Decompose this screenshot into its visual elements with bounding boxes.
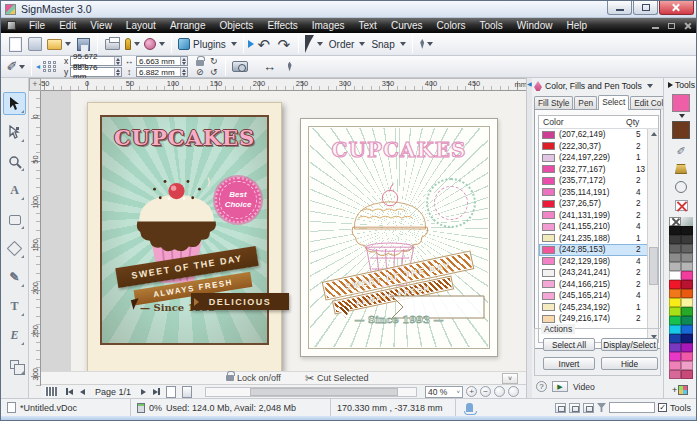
fill-color-swatch[interactable] [672, 94, 690, 112]
palette-swatch[interactable] [669, 235, 681, 244]
clear-color-button[interactable] [669, 217, 681, 226]
fill-bucket-button[interactable] [673, 162, 689, 176]
y-position-input[interactable]: 88.876 mm [70, 67, 122, 77]
palette-swatch[interactable] [681, 226, 693, 235]
palette-swatch[interactable] [669, 334, 681, 343]
display-select-button[interactable]: Display/Select [601, 338, 658, 351]
color-row[interactable]: (232,77,167)13 [539, 164, 658, 176]
palette-swatch[interactable] [669, 262, 681, 271]
open-button[interactable] [45, 34, 73, 54]
tab-fill-style[interactable]: Fill Style [534, 96, 573, 110]
scroll-up-button[interactable] [648, 129, 659, 139]
palette-swatch[interactable] [681, 370, 693, 379]
menu-item-file[interactable]: File [22, 18, 52, 33]
help-button[interactable]: ? [536, 381, 547, 392]
rotate-ccw-icon[interactable]: ↺ [210, 68, 218, 77]
menu-item-effects[interactable]: Effects [260, 18, 304, 33]
color-row[interactable]: (235,114,191)4 [539, 187, 658, 199]
poster-wireframe[interactable]: CUPCAKES SWEET OF THE DAY [300, 118, 498, 357]
mdi-close-icon[interactable] [683, 22, 692, 30]
palette-swatch[interactable] [681, 361, 693, 370]
palette-swatch[interactable] [669, 352, 681, 361]
tools-flyout[interactable]: Tools [668, 80, 695, 90]
panel-header[interactable]: Color, Fills and Pen Tools [532, 79, 663, 93]
palette-swatch[interactable] [669, 289, 681, 298]
no-edit-icon[interactable]: ⊘ [196, 68, 204, 77]
last-page-button[interactable] [151, 386, 162, 397]
palette-swatch[interactable] [681, 289, 693, 298]
minimize-button[interactable] [607, 1, 632, 15]
horizontal-scrollbar[interactable] [205, 387, 417, 397]
menu-item-view[interactable]: View [83, 18, 119, 33]
selection-mode-button[interactable] [303, 34, 325, 54]
color-row[interactable]: (241,155,210)4 [539, 221, 658, 233]
palette-swatch[interactable] [681, 244, 693, 253]
palette-swatch[interactable] [669, 361, 681, 370]
app-menu-icon[interactable] [7, 21, 16, 30]
video-play-button[interactable]: ▶ [552, 381, 568, 392]
menu-item-images[interactable]: Images [305, 18, 352, 33]
lock-ratio-icon[interactable] [196, 60, 204, 66]
palette-swatch[interactable] [669, 343, 681, 352]
collapse-bar-button[interactable]: ˅ [502, 373, 518, 384]
palette-swatch[interactable] [669, 280, 681, 289]
select-tool[interactable] [3, 92, 26, 115]
filter-icon[interactable] [597, 403, 606, 412]
menu-item-arrange[interactable]: Arrange [163, 18, 213, 33]
palette-swatch[interactable] [681, 325, 693, 334]
palette-swatch[interactable] [681, 316, 693, 325]
mdi-minimize-icon[interactable] [651, 22, 660, 30]
hide-button[interactable]: Hide [601, 357, 658, 370]
panel-dropdown-icon[interactable] [647, 84, 653, 88]
color-row[interactable]: (235,77,172)2 [539, 175, 658, 187]
color-row[interactable]: (224,197,229)1 [539, 152, 658, 164]
page-setup-icon[interactable] [182, 386, 192, 398]
palette-swatch[interactable] [681, 343, 693, 352]
palette-swatch[interactable] [681, 334, 693, 343]
palette-swatch[interactable] [681, 253, 693, 262]
menu-item-help[interactable]: Help [559, 18, 594, 33]
y-spinner[interactable] [114, 68, 121, 76]
menu-item-colors[interactable]: Colors [430, 18, 473, 33]
paintbrush-button[interactable]: ✐ [673, 144, 689, 158]
collapse-left-icon[interactable]: ◂ [36, 62, 40, 71]
select-all-button[interactable]: Select All [543, 338, 595, 351]
color-row[interactable]: (241,235,188)1 [539, 233, 658, 245]
next-page-button[interactable] [138, 386, 149, 397]
menu-item-edit[interactable]: Edit [52, 18, 83, 33]
palette-swatch[interactable] [669, 298, 681, 307]
node-edit-tool[interactable] [3, 121, 26, 144]
pages-icon[interactable] [45, 387, 57, 396]
palette-swatch[interactable] [669, 307, 681, 316]
height-input[interactable]: 6.882 mm [136, 67, 188, 77]
stroke-color-swatch[interactable] [672, 121, 690, 139]
cut-selected-button[interactable]: ✂ Cut Selected [305, 372, 369, 385]
palette-swatch[interactable] [669, 226, 681, 235]
palette-swatch[interactable] [681, 352, 693, 361]
title-bar[interactable]: SignMaster 3.0 [1, 1, 696, 18]
swap-colors-icon[interactable] [679, 114, 685, 118]
effects-tool[interactable]: E [3, 324, 26, 347]
palette-swatch[interactable] [681, 298, 693, 307]
x-spinner[interactable] [114, 57, 121, 65]
mirror-button[interactable]: ↔ [260, 57, 280, 77]
invert-button[interactable]: Invert [543, 357, 595, 370]
rotate-cw-icon[interactable]: ↻ [210, 57, 218, 66]
type-tool[interactable]: T [3, 295, 26, 318]
templates-button[interactable] [25, 34, 45, 54]
copy-objects-icon[interactable] [569, 403, 580, 413]
zoom-in-button[interactable]: + [466, 386, 477, 397]
tab-pen[interactable]: Pen [574, 96, 597, 110]
color-row[interactable]: (222,30,37)2 [539, 141, 658, 153]
microphone-icon[interactable] [466, 403, 473, 412]
vertical-ruler[interactable]: 0 50 100 150 200 250 300 [29, 91, 41, 386]
color-row[interactable]: (242,129,198)4 [539, 256, 658, 268]
scrollbar-thumb[interactable] [250, 388, 398, 396]
shape-tool[interactable] [3, 208, 26, 231]
new-document-button[interactable] [5, 34, 25, 54]
eyedropper-button[interactable] [681, 217, 693, 226]
palette-swatch[interactable] [669, 316, 681, 325]
zoom-fit-button[interactable] [508, 386, 519, 397]
expand-arrow-icon[interactable] [248, 40, 254, 48]
horizontal-ruler[interactable]: -50 0 50 100 150 200 250 300 350 400 450… [41, 78, 529, 91]
